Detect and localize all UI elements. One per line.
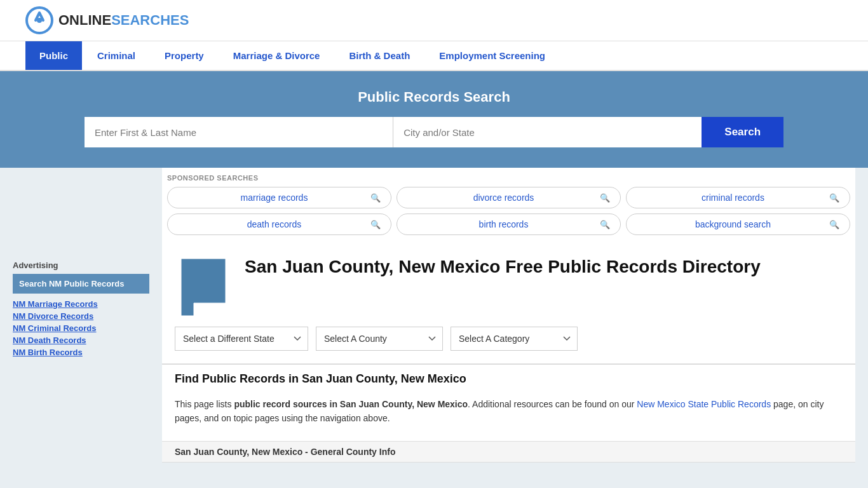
search-icon-5: 🔍 <box>600 220 610 229</box>
search-icon-2: 🔍 <box>600 193 610 203</box>
sponsored-tag-text: divorce records <box>407 193 600 203</box>
content-area: SPONSORED SEARCHES marriage records 🔍 di… <box>162 168 855 463</box>
sidebar-highlight[interactable]: Search NM Public Records <box>13 274 149 294</box>
body-text-1: This page lists <box>175 399 234 409</box>
search-banner: Public Records Search Search <box>0 71 868 168</box>
search-icon-4: 🔍 <box>370 220 381 229</box>
sponsored-tag-divorce[interactable]: divorce records 🔍 <box>397 187 621 208</box>
sponsored-tag-background[interactable]: background search 🔍 <box>626 214 850 235</box>
main-nav: Public Criminal Property Marriage & Divo… <box>0 41 868 71</box>
sponsored-tag-text: death records <box>178 219 370 229</box>
nav-item-marriage-divorce[interactable]: Marriage & Divorce <box>219 41 334 70</box>
search-button[interactable]: Search <box>702 117 783 147</box>
category-dropdown[interactable]: Select A Category <box>451 327 578 351</box>
body-text-bold: public record sources in San Juan County… <box>234 399 468 409</box>
sponsored-tag-text: marriage records <box>178 193 370 203</box>
sidebar-link-death[interactable]: NM Death Records <box>13 335 149 346</box>
dropdowns-row: Select a Different State Select A County… <box>162 327 855 363</box>
search-icon-3: 🔍 <box>829 193 839 203</box>
nav-item-criminal[interactable]: Criminal <box>83 41 149 70</box>
sidebar-ad-label: Advertising <box>13 261 149 270</box>
search-icon-1: 🔍 <box>370 193 381 203</box>
body-link[interactable]: New Mexico State Public Records <box>637 399 771 409</box>
page-title: San Juan County, New Mexico Free Public … <box>245 255 761 278</box>
nav-item-property[interactable]: Property <box>151 41 218 70</box>
search-banner-title: Public Records Search <box>25 89 843 105</box>
sponsored-tag-birth[interactable]: birth records 🔍 <box>397 214 621 235</box>
sidebar-links: NM Marriage Records NM Divorce Records N… <box>13 299 149 358</box>
section-bar: San Juan County, New Mexico - General Co… <box>162 441 855 463</box>
logo-icon <box>25 6 53 34</box>
logo-text: ONLINE SEARCHES <box>58 12 189 29</box>
search-icon-6: 🔍 <box>829 220 839 229</box>
sponsored-tag-criminal[interactable]: criminal records 🔍 <box>626 187 850 208</box>
sponsored-tag-death[interactable]: death records 🔍 <box>167 214 391 235</box>
county-dropdown[interactable]: Select A County <box>316 327 443 351</box>
body-text-2: . Additional resources can be found on o… <box>468 399 637 409</box>
name-search-input[interactable] <box>85 117 393 147</box>
sponsored-tag-text: birth records <box>407 219 600 229</box>
nav-item-employment[interactable]: Employment Screening <box>425 41 559 70</box>
svg-point-1 <box>37 18 42 23</box>
find-heading: Find Public Records in San Juan County, … <box>162 363 855 393</box>
sidebar-link-birth[interactable]: NM Birth Records <box>13 347 149 358</box>
sidebar: Advertising Search NM Public Records NM … <box>13 168 149 463</box>
sponsored-section: SPONSORED SEARCHES marriage records 🔍 di… <box>162 168 855 245</box>
logo: ONLINE SEARCHES <box>25 6 189 34</box>
svg-marker-2 <box>181 259 226 316</box>
sidebar-link-divorce[interactable]: NM Divorce Records <box>13 311 149 322</box>
sidebar-link-marriage[interactable]: NM Marriage Records <box>13 299 149 309</box>
body-text: This page lists public record sources in… <box>162 393 855 436</box>
sponsored-tag-text: background search <box>637 219 829 229</box>
state-dropdown[interactable]: Select a Different State <box>175 327 308 351</box>
state-map-nm <box>175 255 232 319</box>
logo-online: ONLINE <box>58 12 111 29</box>
sponsored-tag-marriage[interactable]: marriage records 🔍 <box>167 187 391 208</box>
nav-item-birth-death[interactable]: Birth & Death <box>335 41 424 70</box>
header: ONLINE SEARCHES <box>0 0 868 41</box>
location-search-input[interactable] <box>393 117 702 147</box>
logo-searches: SEARCHES <box>111 12 189 29</box>
page-heading-area: San Juan County, New Mexico Free Public … <box>162 245 855 327</box>
nav-item-public[interactable]: Public <box>25 41 82 70</box>
sidebar-link-criminal[interactable]: NM Criminal Records <box>13 323 149 334</box>
sponsored-tag-text: criminal records <box>637 193 829 203</box>
sponsored-label: SPONSORED SEARCHES <box>165 174 853 187</box>
